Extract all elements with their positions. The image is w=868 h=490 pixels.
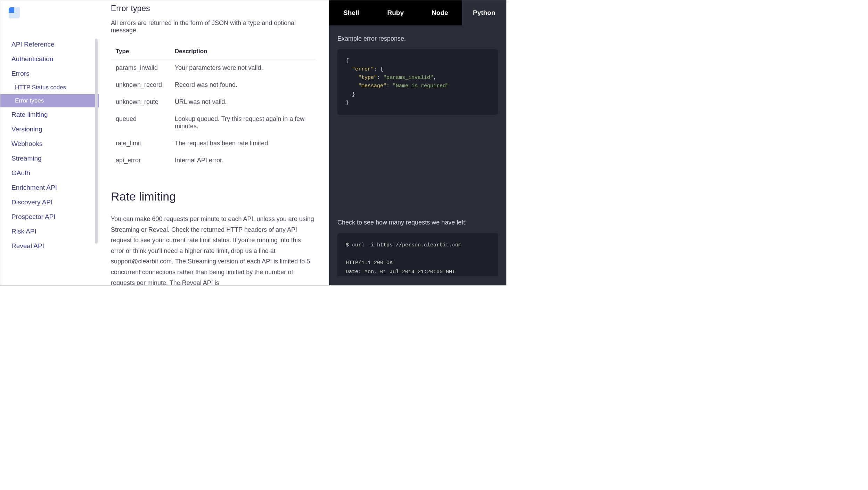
tab-node[interactable]: Node — [418, 0, 462, 25]
sidebar: API Reference Authentication Errors HTTP… — [0, 0, 99, 285]
code-body: Example error response. { "error": { "ty… — [329, 25, 506, 276]
sidebar-item-discovery-api[interactable]: Discovery API — [0, 195, 99, 210]
error-types-table: Type Description params_invalid Your par… — [111, 44, 315, 169]
section-body-rate-limiting: You can make 600 requests per minute to … — [111, 214, 315, 285]
section-intro-error-types: All errors are returned in the form of J… — [111, 19, 315, 34]
cell-desc: Your parameters were not valid. — [170, 59, 315, 77]
table-row: queued Lookup queued. Try this request a… — [111, 111, 315, 135]
tab-shell[interactable]: Shell — [329, 0, 374, 25]
code-block-1: { "error": { "type": "params_invalid", "… — [337, 49, 498, 115]
sidebar-sub-error-types[interactable]: Error types — [0, 94, 99, 107]
cell-desc: Internal API error. — [170, 152, 315, 169]
table-row: unknown_route URL was not valid. — [111, 93, 315, 111]
support-email-link[interactable]: support@clearbit.com — [111, 258, 172, 265]
section-title-rate-limiting: Rate limiting — [111, 190, 315, 203]
cell-type: params_invalid — [111, 59, 170, 77]
section-title-error-types: Error types — [111, 4, 315, 13]
sidebar-item-streaming[interactable]: Streaming — [0, 151, 99, 166]
cell-type: unknown_route — [111, 93, 170, 111]
logo[interactable] — [0, 0, 99, 23]
cell-desc: The request has been rate limited. — [170, 135, 315, 152]
code-caption-1: Example error response. — [337, 35, 498, 42]
sidebar-item-errors[interactable]: Errors — [0, 66, 99, 81]
sidebar-item-rate-limiting[interactable]: Rate limiting — [0, 107, 99, 122]
cell-desc: Record was not found. — [170, 76, 315, 93]
language-tabs: Shell Ruby Node Python — [329, 0, 506, 25]
sidebar-item-prospector-api[interactable]: Prospector API — [0, 210, 99, 224]
brand-logo-icon — [9, 7, 20, 18]
code-caption-2: Check to see how many requests we have l… — [337, 219, 498, 226]
sidebar-item-webhooks[interactable]: Webhooks — [0, 137, 99, 151]
sidebar-sub-http-status-codes[interactable]: HTTP Status codes — [0, 81, 99, 94]
table-row: rate_limit The request has been rate lim… — [111, 135, 315, 152]
cell-type: api_error — [111, 152, 170, 169]
cell-type: rate_limit — [111, 135, 170, 152]
sidebar-item-authentication[interactable]: Authentication — [0, 52, 99, 66]
code-panel: Shell Ruby Node Python Example error res… — [329, 0, 506, 285]
tab-ruby[interactable]: Ruby — [374, 0, 418, 25]
sidebar-nav: API Reference Authentication Errors HTTP… — [0, 23, 99, 253]
col-header-description: Description — [170, 44, 315, 59]
sidebar-item-versioning[interactable]: Versioning — [0, 122, 99, 137]
cell-type: unknown_record — [111, 76, 170, 93]
cell-desc: URL was not valid. — [170, 93, 315, 111]
table-row: api_error Internal API error. — [111, 152, 315, 169]
cell-desc: Lookup queued. Try this request again in… — [170, 111, 315, 135]
col-header-type: Type — [111, 44, 170, 59]
main-content: Error types All errors are returned in t… — [99, 0, 329, 285]
sidebar-item-risk-api[interactable]: Risk API — [0, 224, 99, 239]
rate-limiting-text-before: You can make 600 requests per minute to … — [111, 215, 314, 254]
sidebar-item-enrichment-api[interactable]: Enrichment API — [0, 180, 99, 195]
tab-python[interactable]: Python — [462, 0, 507, 25]
sidebar-item-oauth[interactable]: OAuth — [0, 166, 99, 180]
sidebar-item-reveal-api[interactable]: Reveal API — [0, 239, 99, 253]
sidebar-scrollbar[interactable] — [95, 39, 98, 244]
cell-type: queued — [111, 111, 170, 135]
table-row: params_invalid Your parameters were not … — [111, 59, 315, 77]
code-block-2: $ curl -i https://person.clearbit.com HT… — [337, 233, 498, 276]
sidebar-item-api-reference[interactable]: API Reference — [0, 37, 99, 52]
table-row: unknown_record Record was not found. — [111, 76, 315, 93]
